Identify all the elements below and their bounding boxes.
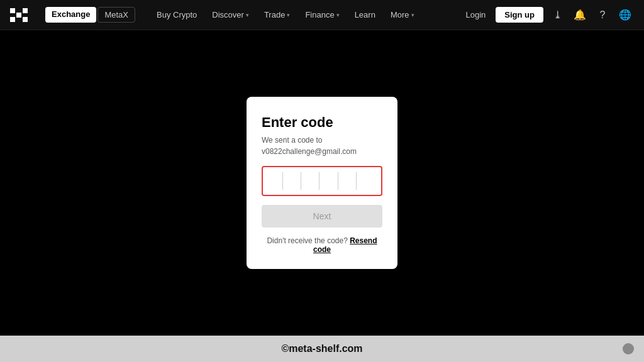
code-input-group[interactable] xyxy=(262,166,382,196)
help-icon[interactable]: ? xyxy=(594,6,611,24)
nav-trade[interactable]: Trade ▾ xyxy=(258,8,296,22)
finance-chevron-icon: ▾ xyxy=(336,12,340,18)
code-digit-6[interactable] xyxy=(361,172,375,190)
svg-rect-4 xyxy=(23,17,28,22)
nav-links: Buy Crypto Discover ▾ Trade ▾ Finance ▾ … xyxy=(150,8,456,22)
trade-chevron-icon: ▾ xyxy=(287,12,290,18)
modal-title: Enter code xyxy=(262,114,382,131)
nav-more[interactable]: More ▾ xyxy=(384,8,421,22)
svg-rect-1 xyxy=(10,17,15,22)
nav-tabs: Exchange MetaX xyxy=(45,7,135,23)
nav-finance[interactable]: Finance ▾ xyxy=(299,8,345,22)
nav-learn[interactable]: Learn xyxy=(348,8,382,22)
nav-discover[interactable]: Discover ▾ xyxy=(206,8,255,22)
more-chevron-icon: ▾ xyxy=(411,12,414,18)
subtitle-line1: We sent a code to xyxy=(262,136,323,145)
bell-icon[interactable]: 🔔 xyxy=(571,6,589,24)
svg-rect-3 xyxy=(23,8,28,13)
nav-buy-crypto[interactable]: Buy Crypto xyxy=(150,8,203,22)
code-digit-1[interactable] xyxy=(269,172,283,190)
resend-prompt: Didn't receive the code? xyxy=(267,236,347,245)
next-button[interactable]: Next xyxy=(262,205,382,228)
download-icon[interactable]: ⤓ xyxy=(548,6,566,24)
login-button[interactable]: Login xyxy=(461,8,491,22)
nav-right: Login Sign up ⤓ 🔔 ? 🌐 xyxy=(461,6,634,24)
footer-dot-icon xyxy=(623,343,634,354)
enter-code-modal: Enter code We sent a code to v0822challe… xyxy=(247,97,397,269)
tab-exchange[interactable]: Exchange xyxy=(45,7,96,23)
footer-text: ©meta-shelf.com xyxy=(281,343,362,354)
code-digit-3[interactable] xyxy=(306,172,319,190)
discover-chevron-icon: ▾ xyxy=(246,12,249,18)
globe-icon[interactable]: 🌐 xyxy=(616,6,634,24)
resend-section: Didn't receive the code? Resend code xyxy=(262,236,382,254)
okx-logo[interactable] xyxy=(10,8,35,22)
navbar: Exchange MetaX Buy Crypto Discover ▾ Tra… xyxy=(0,0,644,30)
code-digit-5[interactable] xyxy=(343,172,357,190)
code-digit-2[interactable] xyxy=(287,172,301,190)
modal-subtitle: We sent a code to v0822challenge@gmail.c… xyxy=(262,134,382,157)
tab-metax[interactable]: MetaX xyxy=(97,7,135,23)
code-digit-4[interactable] xyxy=(325,172,338,190)
svg-rect-2 xyxy=(16,13,21,18)
subtitle-email: v0822challenge@gmail.com xyxy=(262,147,357,156)
signup-button[interactable]: Sign up xyxy=(496,7,543,23)
main-content: Enter code We sent a code to v0822challe… xyxy=(0,30,644,336)
footer: ©meta-shelf.com xyxy=(0,336,644,362)
svg-rect-0 xyxy=(10,8,15,13)
